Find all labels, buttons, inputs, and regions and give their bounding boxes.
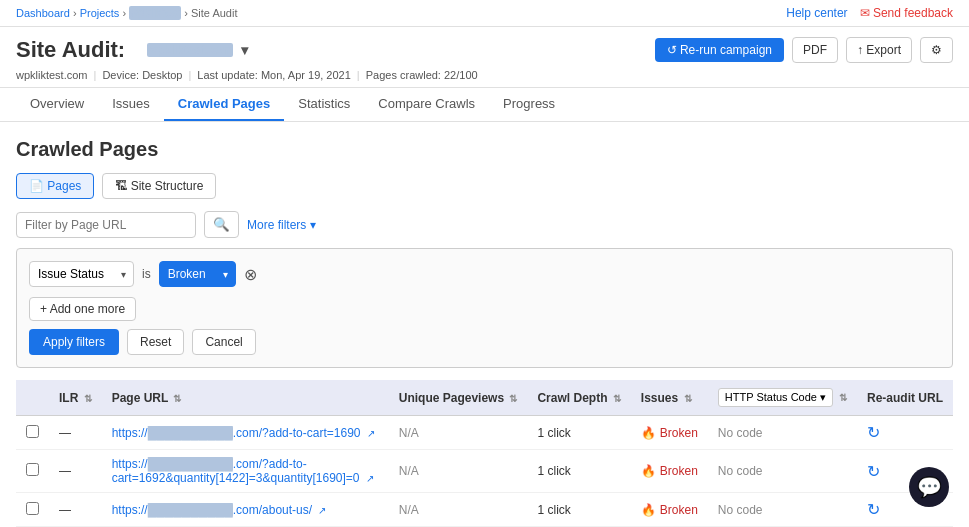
row-checkbox[interactable]: [26, 463, 39, 476]
clear-filter-button[interactable]: ⊗: [244, 265, 257, 284]
export-button[interactable]: ↑ Export: [846, 37, 912, 63]
meta-device: Device: Desktop: [102, 69, 182, 81]
rerun-campaign-button[interactable]: ↺ Re-run campaign: [655, 38, 784, 62]
section-title: Crawled Pages: [16, 138, 953, 161]
row-checkbox[interactable]: [26, 502, 39, 515]
site-structure-btn[interactable]: 🏗 Site Structure: [102, 173, 216, 199]
filter-value-wrap: Broken: [159, 261, 236, 287]
add-filter-button[interactable]: + Add one more: [29, 297, 136, 321]
th-crawl-depth[interactable]: Crawl Depth ⇅: [527, 380, 630, 416]
help-center-link[interactable]: Help center: [786, 6, 847, 20]
pages-btn[interactable]: 📄 Pages: [16, 173, 94, 199]
fire-icon: 🔥: [641, 464, 656, 478]
meta-last-update: Last update: Mon, Apr 19, 2021: [197, 69, 351, 81]
cell-url: https://██████████.com/about-us/ ↗: [102, 493, 389, 527]
breadcrumb-page: Site Audit: [191, 7, 237, 19]
page-url-link[interactable]: https://██████████.com/about-us/: [112, 503, 316, 517]
cell-depth: 1 click: [527, 416, 630, 450]
breadcrumb-site: wpkliktest: [129, 6, 181, 20]
reset-button[interactable]: Reset: [127, 329, 184, 355]
url-blur: ██████████: [148, 503, 233, 517]
page-url-link[interactable]: https://██████████.com/?add-to-cart=1692…: [112, 457, 363, 485]
cancel-button[interactable]: Cancel: [192, 329, 255, 355]
cell-depth: 1 click: [527, 493, 630, 527]
filter-value-select[interactable]: Broken: [159, 261, 236, 287]
cell-ilr: —: [49, 493, 102, 527]
issue-badge: 🔥 Broken: [641, 426, 698, 440]
external-link-icon[interactable]: ↗: [366, 473, 374, 484]
th-pageviews[interactable]: Unique Pageviews ⇅: [389, 380, 528, 416]
tab-overview[interactable]: Overview: [16, 88, 98, 121]
tab-crawled-pages[interactable]: Crawled Pages: [164, 88, 285, 121]
issue-badge: 🔥 Broken: [641, 464, 698, 478]
page-content: Crawled Pages 📄 Pages 🏗 Site Structure 🔍…: [0, 122, 969, 527]
external-link-icon[interactable]: ↗: [367, 428, 375, 439]
cell-pageviews: N/A: [389, 493, 528, 527]
table-row: — https://██████████.com/?add-to-cart=16…: [16, 416, 953, 450]
issue-status-select[interactable]: Issue Status: [29, 261, 134, 287]
cell-status-code: No code: [708, 416, 857, 450]
send-feedback-link[interactable]: Send feedback: [860, 6, 953, 20]
reaudit-button[interactable]: ↻: [867, 423, 880, 442]
view-toggles: 📄 Pages 🏗 Site Structure: [16, 173, 953, 199]
tab-compare-crawls[interactable]: Compare Crawls: [364, 88, 489, 121]
issue-label: Broken: [660, 464, 698, 478]
external-link-icon[interactable]: ↗: [318, 505, 326, 516]
cell-depth: 1 click: [527, 450, 630, 493]
tab-progress[interactable]: Progress: [489, 88, 569, 121]
pdf-button[interactable]: PDF: [792, 37, 838, 63]
url-blur: ██████████: [148, 457, 233, 471]
cell-checkbox: [16, 416, 49, 450]
chat-bubble[interactable]: 💬: [909, 467, 949, 507]
header-actions: ↺ Re-run campaign PDF ↑ Export ⚙: [655, 37, 953, 63]
th-status-code[interactable]: HTTP Status Code ▾ ⇅: [708, 380, 857, 416]
title-dropdown-icon[interactable]: ▾: [241, 42, 248, 58]
page-url-filter-input[interactable]: [16, 212, 196, 238]
nav-tabs: Overview Issues Crawled Pages Statistics…: [0, 88, 969, 122]
cell-pageviews: N/A: [389, 416, 528, 450]
cell-status-code: No code: [708, 493, 857, 527]
table-row: — https://██████████.com/?add-to-cart=16…: [16, 450, 953, 493]
table-row: — https://██████████.com/about-us/ ↗ N/A…: [16, 493, 953, 527]
cell-reaudit: ↻: [857, 416, 953, 450]
cell-issue: 🔥 Broken: [631, 450, 708, 493]
search-button[interactable]: 🔍: [204, 211, 239, 238]
breadcrumb-projects[interactable]: Projects: [80, 7, 120, 19]
url-blur: ██████████: [148, 426, 233, 440]
tab-statistics[interactable]: Statistics: [284, 88, 364, 121]
filter-actions: Apply filters Reset Cancel: [29, 329, 940, 355]
cell-url: https://██████████.com/?add-to-cart=1692…: [102, 450, 389, 493]
th-ilr[interactable]: ILR ⇅: [49, 380, 102, 416]
cell-pageviews: N/A: [389, 450, 528, 493]
settings-button[interactable]: ⚙: [920, 37, 953, 63]
page-title: Site Audit: wpkliktest.com ▾: [16, 37, 248, 63]
filter-row: Issue Status is Broken ⊗: [29, 261, 940, 287]
table-header-row: ILR ⇅ Page URL ⇅ Unique Pageviews ⇅ Craw…: [16, 380, 953, 416]
reaudit-button[interactable]: ↻: [867, 500, 880, 519]
more-filters-link[interactable]: More filters ▾: [247, 218, 316, 232]
cell-issue: 🔥 Broken: [631, 416, 708, 450]
filter-bar: 🔍 More filters ▾: [16, 211, 953, 238]
issue-label: Broken: [660, 503, 698, 517]
th-issues[interactable]: Issues ⇅: [631, 380, 708, 416]
header-title-row: Site Audit: wpkliktest.com ▾ ↺ Re-run ca…: [16, 37, 953, 63]
th-page-url[interactable]: Page URL ⇅: [102, 380, 389, 416]
breadcrumb-dashboard[interactable]: Dashboard: [16, 7, 70, 19]
top-bar-actions: Help center Send feedback: [786, 6, 953, 20]
cell-ilr: —: [49, 450, 102, 493]
issue-badge: 🔥 Broken: [641, 503, 698, 517]
cell-url: https://██████████.com/?add-to-cart=1690…: [102, 416, 389, 450]
breadcrumb: Dashboard › Projects › wpkliktest › Site…: [16, 6, 237, 20]
cell-ilr: —: [49, 416, 102, 450]
row-checkbox[interactable]: [26, 425, 39, 438]
reaudit-button[interactable]: ↻: [867, 462, 880, 481]
filter-is-label: is: [142, 267, 151, 281]
page-url-link[interactable]: https://██████████.com/?add-to-cart=1690: [112, 426, 364, 440]
cell-checkbox: [16, 450, 49, 493]
meta-domain: wpkliktest.com: [16, 69, 88, 81]
fire-icon: 🔥: [641, 426, 656, 440]
status-code-dropdown[interactable]: HTTP Status Code ▾: [718, 388, 833, 407]
tab-issues[interactable]: Issues: [98, 88, 164, 121]
apply-filters-button[interactable]: Apply filters: [29, 329, 119, 355]
fire-icon: 🔥: [641, 503, 656, 517]
